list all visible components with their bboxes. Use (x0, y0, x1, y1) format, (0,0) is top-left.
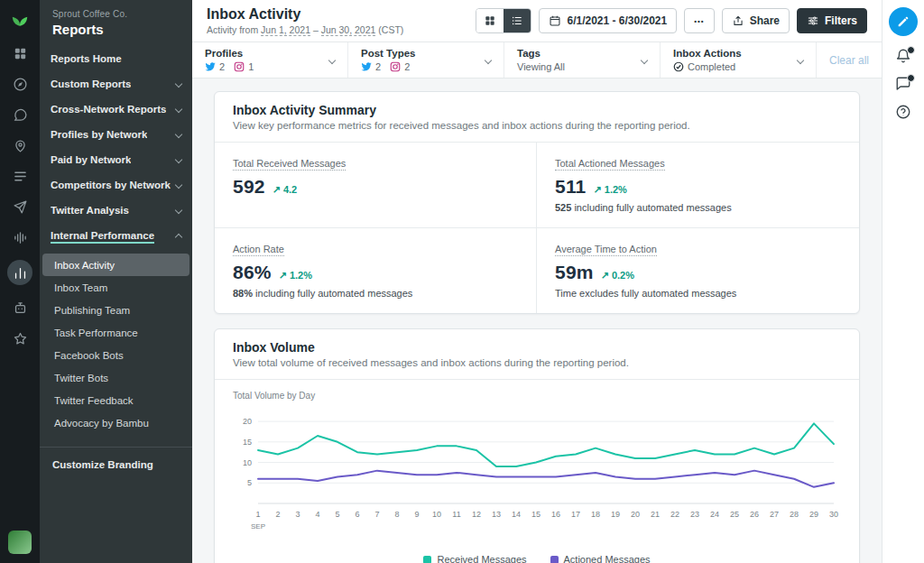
svg-text:17: 17 (571, 510, 580, 519)
date-range-button[interactable]: 6/1/2021 - 6/30/2021 (539, 8, 677, 33)
chevron-down-icon (175, 80, 182, 88)
more-button[interactable]: ••• (684, 8, 714, 33)
sprout-logo (10, 8, 30, 28)
filter-value-text: 2 (219, 61, 225, 72)
filter-value-item: Viewing All (517, 61, 565, 72)
filter-tags[interactable]: TagsViewing All (504, 42, 661, 78)
start-date[interactable]: Jun 1, 2021 (261, 24, 310, 36)
svg-text:28: 28 (790, 510, 799, 519)
svg-text:25: 25 (730, 510, 739, 519)
sidebar-subitem-inbox-activity[interactable]: Inbox Activity (42, 254, 189, 276)
sidebar-item-profiles-by-network[interactable]: Profiles by Network (40, 122, 192, 147)
chevron-down-icon (328, 57, 336, 64)
notifications-button[interactable] (895, 48, 911, 64)
reports-icon[interactable] (7, 260, 32, 285)
twitter-icon (361, 61, 372, 72)
share-label: Share (750, 14, 780, 27)
metric-delta: ↗ 4.2 (273, 184, 298, 196)
metric-value: 59m (555, 262, 594, 283)
svg-text:7: 7 (374, 510, 379, 519)
list-icon (511, 14, 523, 27)
feed-icon[interactable] (7, 163, 32, 189)
svg-text:5: 5 (247, 479, 252, 488)
report-title-block: Inbox Activity Activity from Jun 1, 2021… (207, 6, 403, 35)
sidebar-item-custom-reports[interactable]: Custom Reports (40, 71, 192, 97)
svg-text:30: 30 (829, 510, 838, 519)
pin-icon[interactable] (7, 133, 32, 158)
sidebar-item-label: Twitter Analysis (51, 205, 129, 216)
metric-note: 525 including fully automated messages (555, 202, 841, 214)
filter-profiles[interactable]: Profiles21 (192, 42, 348, 78)
help-button[interactable] (895, 104, 911, 120)
sidebar-item-cross-network-reports[interactable]: Cross-Network Reports (40, 97, 192, 122)
report-header: Inbox Activity Activity from Jun 1, 2021… (192, 0, 882, 42)
sidebar-subitem-facebook-bots[interactable]: Facebook Bots (42, 344, 189, 366)
user-avatar[interactable] (8, 531, 32, 554)
compose-button[interactable] (889, 7, 918, 36)
reports-sidebar: Sprout Coffee Co. Reports Reports HomeCu… (40, 0, 192, 563)
sidebar-subitem-advocacy-by-bambu[interactable]: Advocacy by Bambu (42, 411, 189, 434)
sidebar-item-twitter-analysis[interactable]: Twitter Analysis (40, 198, 192, 223)
rail-icons (0, 41, 40, 351)
apps-icon[interactable] (7, 41, 32, 66)
svg-text:2: 2 (275, 510, 280, 519)
legend-dot (423, 556, 431, 563)
sidebar-subitem-publishing-team[interactable]: Publishing Team (42, 299, 189, 321)
legend-actioned-messages[interactable]: Actioned Messages (550, 554, 651, 563)
list-view-button[interactable] (504, 9, 531, 32)
share-button[interactable]: Share (722, 8, 790, 33)
compass-icon[interactable] (7, 71, 32, 97)
sidebar-item-paid-by-network[interactable]: Paid by Network (40, 147, 192, 172)
filter-inbox-actions[interactable]: Inbox ActionsCompleted (661, 42, 817, 78)
filter-groups: Profiles21Post Types22TagsViewing AllInb… (192, 42, 817, 78)
summary-card-header: Inbox Activity Summary View key performa… (215, 92, 859, 143)
page-title: Inbox Activity (207, 6, 403, 23)
end-date[interactable]: Jun 30, 2021 (321, 24, 376, 36)
sliders-icon (807, 14, 819, 27)
sidebar-item-competitors-by-network[interactable]: Competitors by Network (40, 172, 192, 198)
svg-text:5: 5 (335, 510, 339, 519)
chevron-down-icon (175, 106, 182, 113)
bot-icon[interactable] (7, 295, 32, 320)
messages-icon[interactable] (7, 102, 32, 127)
metric-value: 86% (233, 262, 272, 283)
sidebar-subitem-twitter-bots[interactable]: Twitter Bots (42, 366, 189, 389)
instagram-icon (234, 61, 245, 72)
customize-branding-button[interactable]: Customize Branding (40, 447, 192, 482)
grid-view-button[interactable] (476, 9, 504, 32)
calendar-icon (549, 14, 561, 27)
grid-icon (484, 14, 496, 27)
sidebar-item-label: Cross-Network Reports (51, 104, 166, 115)
volume-card: Inbox Volume View total volume of receiv… (214, 328, 860, 563)
clear-all-button[interactable]: Clear all (817, 42, 882, 78)
filter-value: Viewing All (517, 61, 565, 72)
metric-label[interactable]: Total Received Messages (233, 158, 346, 171)
metric-label[interactable]: Average Time to Action (555, 244, 657, 256)
star-icon[interactable] (7, 326, 32, 351)
send-icon[interactable] (7, 194, 32, 219)
filters-button[interactable]: Filters (797, 8, 867, 33)
sidebar-subitem-inbox-team[interactable]: Inbox Team (42, 276, 189, 299)
svg-text:24: 24 (710, 510, 719, 519)
filter-label: Inbox Actions (673, 48, 742, 59)
svg-text:SEP: SEP (251, 522, 265, 531)
check-icon (673, 61, 684, 72)
filter-value-text: 2 (375, 61, 381, 72)
waves-icon[interactable] (7, 225, 32, 250)
messages-button[interactable] (895, 76, 911, 92)
filter-post-types[interactable]: Post Types22 (348, 42, 504, 78)
legend-received-messages[interactable]: Received Messages (423, 554, 526, 563)
chevron-down-icon (175, 156, 182, 163)
legend-dot (550, 556, 559, 563)
filter-value-text: Completed (688, 61, 735, 72)
sidebar-subitem-task-performance[interactable]: Task Performance (42, 321, 189, 344)
svg-text:10: 10 (243, 458, 252, 467)
sidebar-item-internal-performance[interactable]: Internal Performance (40, 223, 192, 251)
sidebar-title: Reports (52, 22, 180, 37)
sidebar-item-reports-home[interactable]: Reports Home (40, 46, 192, 71)
period-separator: – (310, 24, 321, 35)
metric-label[interactable]: Action Rate (233, 244, 284, 256)
metric-label[interactable]: Total Actioned Messages (555, 158, 665, 171)
sidebar-subitem-twitter-feedback[interactable]: Twitter Feedback (42, 389, 189, 411)
filter-value: Completed (673, 61, 742, 72)
